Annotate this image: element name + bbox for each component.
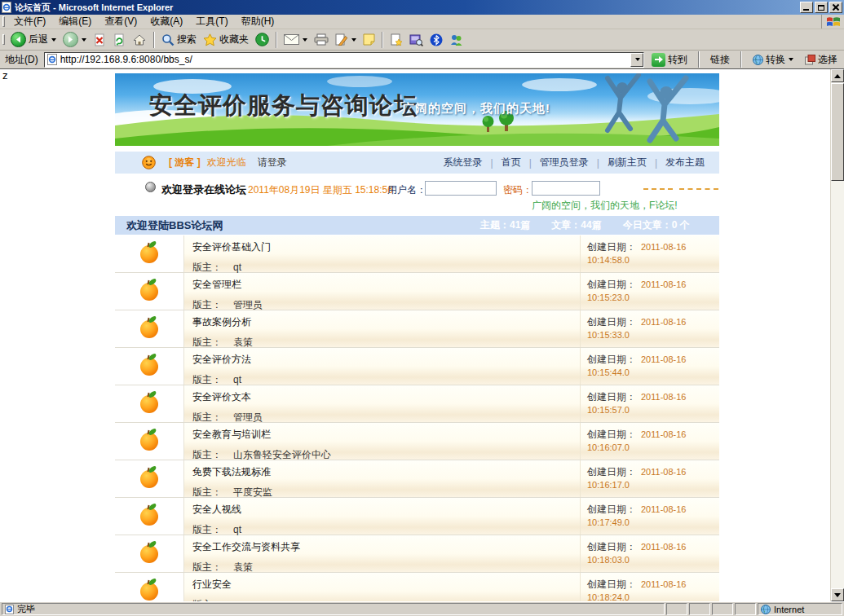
moderator-name: 袁策 xyxy=(233,561,253,573)
page-icon xyxy=(47,54,57,65)
forum-title-link[interactable]: 安全评价基础入门 xyxy=(192,240,580,254)
maximize-button[interactable] xyxy=(815,2,828,13)
mail-button[interactable] xyxy=(281,30,311,50)
created-label: 创建日期： xyxy=(587,354,636,365)
username-input[interactable] xyxy=(425,181,497,196)
moderator-label: 版主： xyxy=(192,299,222,310)
forward-dropdown-icon xyxy=(82,38,86,42)
home-button[interactable] xyxy=(129,30,150,50)
menu-item-edit[interactable]: 编辑(E) xyxy=(52,14,98,29)
addon-favorites-page-button[interactable] xyxy=(387,30,406,50)
notes-button[interactable] xyxy=(360,30,378,50)
scroll-down-button[interactable] xyxy=(831,588,844,601)
addressbar-separator xyxy=(698,51,700,68)
select-button[interactable]: 选择 xyxy=(801,53,842,67)
forum-meta-cell: 创建日期：2011-08-16 10:15:44.0 今日主题数：3 xyxy=(581,348,719,385)
note-icon xyxy=(363,33,375,46)
refresh-button[interactable] xyxy=(109,30,129,50)
address-label: 地址(D) xyxy=(2,53,41,67)
nav-link-admin-login[interactable]: 管理员登录 xyxy=(532,156,597,169)
go-button[interactable]: 转到 xyxy=(647,53,692,67)
scroll-up-button[interactable] xyxy=(831,69,844,82)
forum-title-link[interactable]: 安全管理栏 xyxy=(192,278,580,292)
nav-link-system-login[interactable]: 系统登录 xyxy=(435,156,491,169)
forum-icon-cell xyxy=(115,310,184,347)
print-button[interactable] xyxy=(311,30,332,50)
menu-item-file[interactable]: 文件(F) xyxy=(7,14,52,29)
forward-button[interactable] xyxy=(60,30,90,50)
created-label: 创建日期： xyxy=(587,579,636,590)
history-button[interactable] xyxy=(252,30,272,50)
convert-button[interactable]: 转换 xyxy=(749,53,798,67)
login-prompt-link[interactable]: 请登录 xyxy=(258,156,287,169)
mail-dropdown-icon xyxy=(303,38,307,42)
toolbar-grip[interactable] xyxy=(2,34,5,45)
toolbar-separator xyxy=(276,32,277,48)
addon-media-button[interactable] xyxy=(406,30,426,50)
stat-today: 今日文章：0 个 xyxy=(623,218,690,232)
forum-title-link[interactable]: 事故案例分析 xyxy=(192,315,580,329)
nav-link-refresh[interactable]: 刷新主页 xyxy=(599,156,655,169)
forum-title-link[interactable]: 安全评价文本 xyxy=(192,390,580,404)
forum-icon-cell xyxy=(115,573,184,601)
password-input[interactable] xyxy=(532,181,600,196)
nav-link-home[interactable]: 首页 xyxy=(493,156,529,169)
created-label: 创建日期： xyxy=(587,316,636,328)
menu-item-tools[interactable]: 工具(T) xyxy=(189,14,234,29)
back-button[interactable]: 后退 xyxy=(7,30,60,50)
search-button[interactable]: 搜索 xyxy=(158,30,200,50)
minimize-button[interactable] xyxy=(800,2,813,13)
menu-item-help[interactable]: 帮助(H) xyxy=(235,14,281,29)
forum-page: 安全评价服务与咨询论坛 广阔的空间，我们的天地! [ 游客 ] 欢迎光临 请登录… xyxy=(115,73,719,601)
convert-label: 转换 xyxy=(766,53,785,67)
forum-meta-cell: 创建日期：2011-08-16 10:16:07.0 今日主题数：3 xyxy=(581,423,719,460)
forum-title-link[interactable]: 行业安全 xyxy=(192,578,580,592)
created-line: 创建日期：2011-08-16 10:15:57.0 xyxy=(587,390,719,416)
orange-fruit-icon xyxy=(140,583,158,601)
forum-title-link[interactable]: 安全教育与培训栏 xyxy=(192,428,580,442)
addressbar-separator xyxy=(740,51,742,68)
banner-subtitle: 广阔的空间，我们的天地! xyxy=(402,101,550,117)
menu-item-view[interactable]: 查看(V) xyxy=(98,14,144,29)
forum-title-link[interactable]: 安全评价方法 xyxy=(192,353,580,367)
guest-bar: [ 游客 ] 欢迎光临 请登录 系统登录 | 首页 | 管理员登录 | 刷新主页… xyxy=(115,152,719,174)
moderator-label: 版主： xyxy=(192,374,222,385)
menu-grip[interactable] xyxy=(2,16,5,27)
status-panel xyxy=(712,603,733,615)
address-dropdown-button[interactable] xyxy=(630,53,643,67)
forum-title-link[interactable]: 安全工作交流与资料共享 xyxy=(192,540,580,554)
orange-fruit-icon xyxy=(140,470,158,488)
forum-title-link[interactable]: 安全人视线 xyxy=(192,503,580,517)
close-button[interactable] xyxy=(829,2,842,13)
stray-text: z xyxy=(2,69,8,81)
forum-icon-cell xyxy=(115,460,184,497)
nav-link-post-topic[interactable]: 发布主题 xyxy=(657,156,713,169)
edit-button[interactable] xyxy=(332,30,360,50)
forum-meta-cell: 创建日期：2011-08-16 10:16:17.0 今日主题数：3 xyxy=(581,460,719,497)
favorites-button[interactable]: 收藏夹 xyxy=(200,30,252,50)
back-dropdown-icon xyxy=(51,38,56,42)
address-input[interactable]: http://192.168.9.6:8080/bbs_s/ xyxy=(44,52,644,68)
created-line: 创建日期：2011-08-16 10:16:07.0 xyxy=(587,428,719,453)
menu-item-favorites[interactable]: 收藏(A) xyxy=(144,14,189,29)
back-label: 后退 xyxy=(29,33,48,46)
forum-title-link[interactable]: 免费下载法规标准 xyxy=(192,465,580,479)
back-icon xyxy=(11,32,26,47)
forum-icon-cell xyxy=(115,348,184,385)
links-button[interactable]: 链接 xyxy=(706,53,734,67)
forum-main-cell: 安全评价文本 版主：管理员 xyxy=(184,385,581,422)
vertical-scrollbar[interactable] xyxy=(830,69,844,601)
forum-row: 安全评价文本 版主：管理员 创建日期：2011-08-16 10:15:57.0… xyxy=(115,385,719,423)
created-line: 创建日期：2011-08-16 10:18:03.0 xyxy=(587,540,719,565)
stop-button[interactable] xyxy=(90,30,109,50)
history-icon xyxy=(255,33,269,46)
addon-messenger-button[interactable] xyxy=(446,30,466,50)
address-url[interactable]: http://192.168.9.6:8080/bbs_s/ xyxy=(60,54,630,65)
moderator-name: 管理员 xyxy=(233,411,263,423)
list-header-title: 欢迎登陆BBS论坛网 xyxy=(126,218,223,233)
addon-bluetooth-button[interactable] xyxy=(426,30,446,50)
banner-title: 安全评价服务与咨询论坛 xyxy=(149,90,418,122)
status-panel xyxy=(735,603,756,615)
scroll-thumb[interactable] xyxy=(831,83,844,181)
forum-meta-cell: 创建日期：2011-08-16 10:17:49.0 今日主题数：3 xyxy=(581,498,719,535)
